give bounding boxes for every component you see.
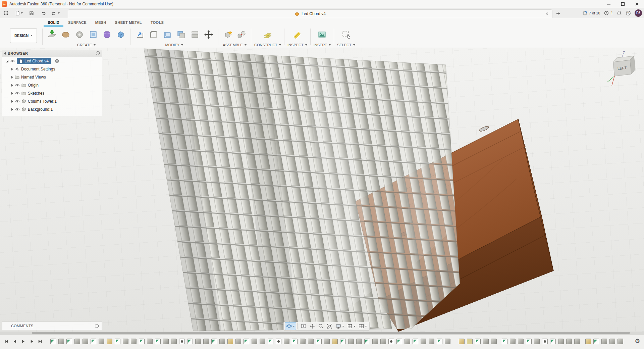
document-tab[interactable]: Led Chord v4 — [68, 9, 552, 18]
ribbon-tab-surface[interactable]: SURFACE — [64, 19, 91, 27]
group-label-select[interactable]: SELECT — [337, 43, 355, 47]
nav-fit-button[interactable] — [326, 322, 334, 330]
tool-combine-button[interactable] — [175, 28, 187, 41]
expand-arrow-icon[interactable] — [11, 84, 13, 87]
workspace-switcher-button[interactable]: DESIGN — [10, 28, 37, 43]
app-grid-button[interactable] — [3, 10, 9, 16]
nav-pan-button[interactable] — [308, 322, 316, 330]
timeline-feature-extrude-icon[interactable] — [252, 339, 257, 344]
browser-item-background-1[interactable]: Background:1 — [2, 105, 102, 113]
tool-press-pull-button[interactable] — [133, 28, 146, 41]
timeline-skip-start-button[interactable] — [3, 338, 10, 345]
tool-shell-button[interactable] — [161, 28, 174, 41]
nav-display-settings-button[interactable] — [334, 322, 345, 330]
selected-item-pill[interactable]: Led Chord v4 — [17, 58, 51, 64]
tool-primitive-box-button[interactable] — [114, 28, 127, 41]
file-menu-button[interactable] — [14, 10, 23, 16]
timeline-feature-sketch-icon[interactable] — [593, 339, 599, 344]
tool-new-component-button[interactable] — [221, 28, 234, 41]
expanded-root-icon[interactable] — [6, 60, 8, 62]
timeline-feature-extrude-icon[interactable] — [147, 339, 153, 344]
close-tab-button[interactable] — [544, 11, 549, 16]
timeline-feature-component-icon[interactable] — [585, 339, 591, 344]
nav-look-at-button[interactable] — [300, 322, 308, 330]
tool-create-box-button[interactable] — [59, 28, 72, 41]
timeline-feature-extrude-icon[interactable] — [171, 339, 177, 344]
visibility-eye-icon[interactable] — [15, 84, 20, 87]
timeline-feature-sketch-icon[interactable] — [244, 339, 249, 344]
timeline-feature-extrude-icon[interactable] — [308, 339, 314, 344]
scrollbar-thumb[interactable] — [32, 332, 630, 334]
nav-viewports-button[interactable] — [357, 322, 368, 330]
timeline-feature-extrude-icon[interactable] — [83, 339, 88, 344]
browser-item-document-settings[interactable]: Document Settings — [2, 65, 102, 73]
group-label-insert[interactable]: INSERT — [314, 43, 331, 47]
group-label-modify[interactable]: MODIFY — [165, 43, 183, 47]
timeline-feature-sketch-icon[interactable] — [340, 339, 346, 344]
undo-button[interactable] — [40, 10, 46, 16]
timeline-feature-sketch-icon[interactable] — [413, 339, 418, 344]
timeline-feature-extrude-icon[interactable] — [429, 339, 434, 344]
ribbon-tab-mesh[interactable]: MESH — [91, 19, 110, 27]
timeline-feature-sketch-icon[interactable] — [437, 339, 442, 344]
timeline-feature-extrude-icon[interactable] — [421, 339, 426, 344]
timeline-feature-sketch-icon[interactable] — [187, 339, 193, 344]
timeline-feature-extrude-icon[interactable] — [260, 339, 265, 344]
timeline-feature-extrude-icon[interactable] — [235, 339, 241, 344]
timeline-scrollbar[interactable] — [0, 332, 644, 334]
timeline-feature-extrude-icon[interactable] — [123, 339, 128, 344]
ribbon-tab-sheet-metal[interactable]: SHEET METAL — [111, 19, 146, 27]
timeline-feature-sketch-icon[interactable] — [502, 339, 507, 344]
group-label-inspect[interactable]: INSPECT — [287, 43, 307, 47]
timeline-feature-component-icon[interactable] — [332, 339, 338, 344]
timeline-feature-sketch-icon[interactable] — [550, 339, 556, 344]
tool-create-sketch-button[interactable] — [46, 28, 58, 41]
minimize-button[interactable] — [602, 0, 616, 8]
tool-extrude-button[interactable] — [87, 28, 100, 41]
help-icon[interactable]: ? — [626, 10, 631, 16]
timeline-feature-hole-icon[interactable] — [388, 339, 394, 344]
nav-orbit-button[interactable] — [285, 322, 296, 330]
job-status-button[interactable]: 7 of 10 — [582, 10, 600, 16]
timeline-play-button[interactable] — [19, 338, 27, 345]
ribbon-tab-tools[interactable]: TOOLS — [147, 19, 168, 27]
user-avatar[interactable]: P3 — [635, 9, 642, 17]
new-tab-button[interactable] — [555, 11, 561, 16]
timeline-feature-sketch-icon[interactable] — [475, 339, 481, 344]
browser-item-led-chord-v4[interactable]: Led Chord v4 — [2, 57, 102, 65]
timeline-feature-extrude-icon[interactable] — [558, 339, 564, 344]
timeline-feature-extrude-icon[interactable] — [195, 339, 201, 344]
save-button[interactable] — [28, 10, 35, 16]
tool-move-button[interactable] — [202, 28, 215, 41]
nav-grid-snaps-button[interactable] — [346, 322, 357, 330]
timeline-feature-extrude-icon[interactable] — [300, 339, 306, 344]
timeline-feature-sketch-icon[interactable] — [66, 339, 72, 344]
tool-joint-button[interactable] — [235, 28, 248, 41]
nav-zoom-button[interactable] — [317, 322, 325, 330]
redo-button[interactable] — [51, 10, 60, 16]
timeline-feature-extrude-icon[interactable] — [348, 339, 354, 344]
timeline-feature-extrude-icon[interactable] — [483, 339, 489, 344]
timeline-feature-extrude-icon[interactable] — [534, 339, 540, 344]
tool-offset-face-button[interactable] — [189, 28, 201, 41]
timeline-feature-sketch-icon[interactable] — [316, 339, 322, 344]
tool-fillet-button[interactable] — [147, 28, 160, 41]
timeline-feature-extrude-icon[interactable] — [618, 339, 623, 344]
timeline-feature-hole-icon[interactable] — [276, 339, 281, 344]
visibility-eye-icon[interactable] — [10, 59, 15, 63]
ribbon-tab-solid[interactable]: SOLID — [44, 19, 63, 27]
timeline-feature-hole-icon[interactable] — [179, 339, 185, 344]
timeline-feature-extrude-icon[interactable] — [163, 339, 169, 344]
timeline-feature-extrude-icon[interactable] — [491, 339, 497, 344]
browser-item-named-views[interactable]: Named Views — [2, 73, 102, 81]
timeline-feature-sketch-icon[interactable] — [211, 339, 217, 344]
timeline-feature-extrude-icon[interactable] — [609, 339, 615, 344]
timeline-feature-sketch-icon[interactable] — [364, 339, 370, 344]
timeline-feature-extrude-icon[interactable] — [99, 339, 104, 344]
expand-arrow-icon[interactable] — [11, 100, 13, 103]
browser-item-origin[interactable]: Origin — [2, 81, 102, 89]
timeline-feature-sketch-icon[interactable] — [139, 339, 145, 344]
timeline-feature-extrude-icon[interactable] — [566, 339, 572, 344]
timeline-feature-hole-icon[interactable] — [542, 339, 548, 344]
timeline-feature-extrude-icon[interactable] — [405, 339, 410, 344]
